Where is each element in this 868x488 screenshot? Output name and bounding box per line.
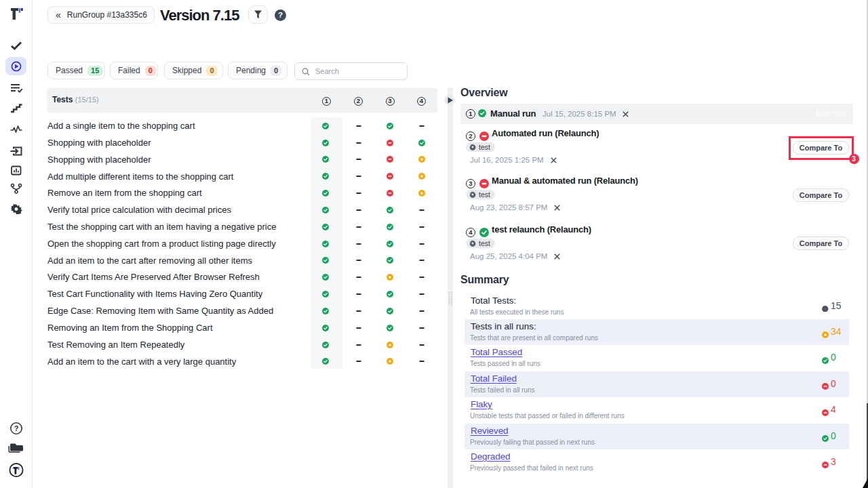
svg-text:?: ? [14,424,19,432]
